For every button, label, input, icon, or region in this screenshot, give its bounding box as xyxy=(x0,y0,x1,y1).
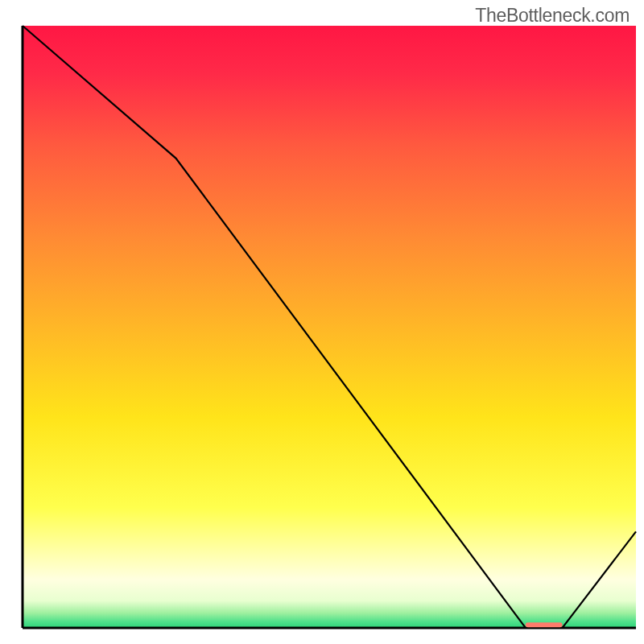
watermark-text: TheBottleneck.com xyxy=(475,5,630,27)
bottleneck-chart: TheBottleneck.com xyxy=(0,0,644,644)
chart-svg xyxy=(0,0,644,644)
plot-background xyxy=(23,26,636,628)
optimal-marker xyxy=(526,622,563,627)
